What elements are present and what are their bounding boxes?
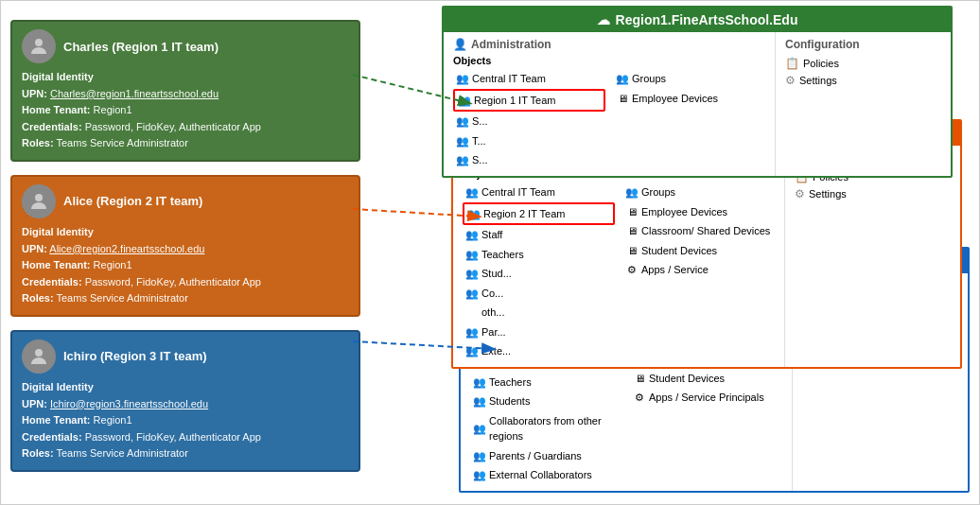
group-icon: 👥 <box>456 72 469 85</box>
obj-staff-region2: 👥Staff <box>463 225 615 245</box>
upn-charles: UPN: Charles@region1.fineartsschool.edu <box>22 86 349 103</box>
roles-alice: Roles: Teams Service Administrator <box>22 290 349 307</box>
group-icon: 👥 <box>465 325 479 339</box>
avatar-ichiro <box>22 340 56 374</box>
group-icon: 👥 <box>465 344 479 357</box>
group-icon: 👥 <box>465 267 479 280</box>
home-tenant-alice: Home Tenant: Region1 <box>22 257 349 274</box>
tenant-header-region1: ☁ Region1.FineArtsSchool.Edu <box>444 8 951 32</box>
obj-central-it-region1: 👥Central IT Team <box>453 69 605 89</box>
objects-label-region1: Objects <box>453 55 765 66</box>
roles-charles: Roles: Teams Service Administrator <box>22 135 349 152</box>
tenant-config-region2: Configuration 📋Policies ⚙Settings <box>785 146 960 367</box>
svg-point-5 <box>35 349 43 357</box>
digital-identity-alice: Digital Identity <box>22 224 349 241</box>
person-header-charles: Charles (Region 1 IT team) <box>22 29 349 63</box>
obj-groups-region1: 👥Groups <box>613 69 765 89</box>
obj-students-region2: 👥Stud... <box>463 264 615 284</box>
tenant-body-region1: 👤 Administration Objects 👥Central IT Tea… <box>444 32 951 176</box>
upn-alice: UPN: Alice@region2.fineartsschool.edu <box>22 241 349 258</box>
obj-exte-region2: 👥Exte... <box>463 341 615 361</box>
obj-parents-region3: 👥Parents / Guardians <box>470 446 622 466</box>
group-icon: 👥 <box>458 94 471 107</box>
device-icon: 🖥 <box>616 92 629 105</box>
group-icon: 👥 <box>473 394 486 408</box>
obj-oth-region2: oth... <box>463 303 615 322</box>
group-icon: 👥 <box>616 72 629 85</box>
group-icon: 👥 <box>473 375 486 389</box>
obj-list-col2-region1: 👥Groups 🖥Employee Devices <box>613 69 765 170</box>
tenant-name-region1: Region1.FineArtsSchool.Edu <box>616 12 798 27</box>
obj-s2-region1: 👥S... <box>453 150 605 170</box>
obj-s1-region1: 👥S... <box>453 112 605 131</box>
svg-point-4 <box>35 194 43 201</box>
group-icon: 👥 <box>456 114 469 128</box>
group-icon: 👥 <box>465 228 479 241</box>
obj-groups-region2: 👥Groups <box>622 183 775 202</box>
obj-student-devices-region2: 🖥Student Devices <box>622 241 775 261</box>
tenant-admin-region2: 👤 Administration Objects 👥Central IT Tea… <box>453 146 785 367</box>
group-icon: 👥 <box>465 287 479 300</box>
obj-student-devices-region3: 🖥Student Devices <box>630 369 782 389</box>
group-icon: 👥 <box>473 422 486 435</box>
group-icon: 👥 <box>467 207 481 220</box>
obj-apps-region3: ⚙Apps / Service Principals <box>630 388 782 408</box>
person-details-ichiro: Digital Identity UPN: Ichiro@region3.fin… <box>22 379 349 462</box>
tenant-panel-region1: ☁ Region1.FineArtsSchool.Edu 👤 Administr… <box>442 6 953 178</box>
tenant-body-region2: 👤 Administration Objects 👥Central IT Tea… <box>453 146 960 367</box>
group-icon: 👥 <box>456 134 469 148</box>
settings-icon: ⚙ <box>795 187 805 200</box>
objects-region2: 👥Central IT Team 👥Region 2 IT Team 👥Staf… <box>463 183 775 361</box>
upn-ichiro: UPN: Ichiro@region3.fineartsschool.edu <box>22 396 349 413</box>
admin-title-region1: 👤 Administration <box>453 38 765 51</box>
obj-par-region2: 👥Par... <box>463 322 615 342</box>
device-icon: 🖥 <box>625 205 639 218</box>
obj-list-col2-region2: 👥Groups 🖥Employee Devices 🖥Classroom/ Sh… <box>622 183 775 361</box>
device-icon: 🖥 <box>633 372 646 385</box>
device-icon: 🖥 <box>625 244 639 257</box>
avatar-alice <box>22 184 56 218</box>
obj-teachers-region3: 👥Teachers <box>470 373 622 392</box>
group-icon: 👥 <box>473 468 486 481</box>
home-tenant-ichiro: Home Tenant: Region1 <box>22 412 349 429</box>
person-header-ichiro: Ichiro (Region 3 IT team) <box>22 340 349 374</box>
avatar-charles <box>22 29 56 63</box>
device-icon: 🖥 <box>625 224 639 237</box>
obj-employee-devices-region1: 🖥Employee Devices <box>613 89 765 109</box>
obj-collabs-region3: 👥Collaborators from other regions <box>470 411 622 446</box>
group-icon: 👥 <box>465 248 479 261</box>
digital-identity-charles: Digital Identity <box>22 69 349 86</box>
person-name-ichiro: Ichiro (Region 3 IT team) <box>63 349 207 363</box>
policy-icon: 📋 <box>785 57 799 70</box>
obj-classroom-devices-region2: 🖥Classroom/ Shared Devices <box>622 221 775 241</box>
tenant-config-region1: Configuration 📋Policies ⚙Settings <box>776 32 951 176</box>
roles-ichiro: Roles: Teams Service Administrator <box>22 445 349 462</box>
obj-central-it-region2: 👥Central IT Team <box>463 183 615 202</box>
person-header-alice: Alice (Region 2 IT team) <box>22 184 349 218</box>
group-icon: 👥 <box>625 185 639 199</box>
obj-students-region3: 👥Students <box>470 392 622 411</box>
cloud-icon-region1: ☁ <box>597 12 610 27</box>
person-card-alice: Alice (Region 2 IT team) Digital Identit… <box>10 175 360 317</box>
person-details-charles: Digital Identity UPN: Charles@region1.fi… <box>22 69 349 152</box>
credentials-ichiro: Credentials: Password, FidoKey, Authenti… <box>22 429 349 446</box>
obj-apps-region2: ⚙Apps / Service <box>622 260 775 280</box>
obj-teachers-region2: 👥Teachers <box>463 245 615 265</box>
person-name-alice: Alice (Region 2 IT team) <box>63 194 202 208</box>
person-card-ichiro: Ichiro (Region 3 IT team) Digital Identi… <box>10 330 360 472</box>
app-icon: ⚙ <box>625 263 639 276</box>
main-container: Charles (Region 1 IT team) Digital Ident… <box>0 0 980 505</box>
config-settings-region2: ⚙Settings <box>795 185 951 202</box>
home-tenant-charles: Home Tenant: Region1 <box>22 102 349 119</box>
credentials-charles: Credentials: Password, FidoKey, Authenti… <box>22 119 349 136</box>
settings-icon: ⚙ <box>785 74 796 87</box>
group-icon: 👥 <box>456 153 469 166</box>
tenant-admin-region1: 👤 Administration Objects 👥Central IT Tea… <box>444 32 776 176</box>
obj-list-col1-region2: 👥Central IT Team 👥Region 2 IT Team 👥Staf… <box>463 183 615 361</box>
app-icon: ⚙ <box>633 391 646 404</box>
obj-t1-region1: 👥T... <box>453 131 605 151</box>
obj-region1-team: 👥Region 1 IT Team <box>453 89 605 113</box>
config-title-region1: Configuration <box>785 38 941 51</box>
person-name-charles: Charles (Region 1 IT team) <box>63 40 219 54</box>
digital-identity-ichiro: Digital Identity <box>22 379 349 396</box>
